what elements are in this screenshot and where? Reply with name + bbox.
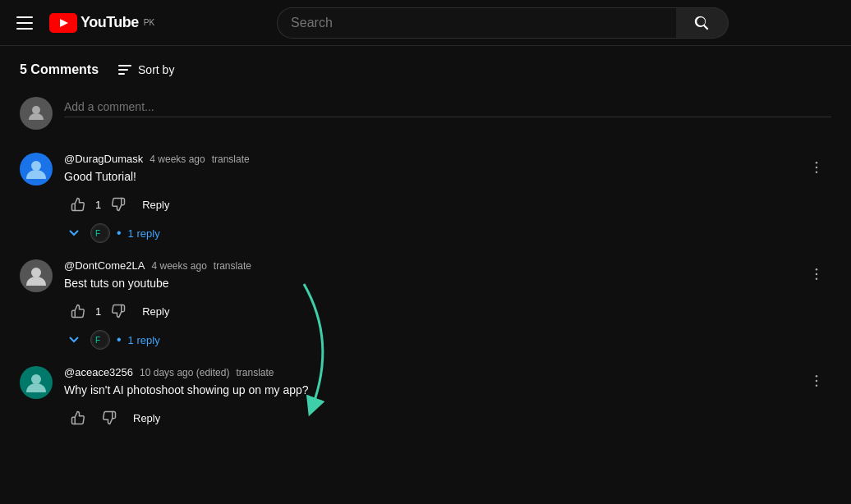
comment-top-row: @aceace3256 10 days ago (edited) transla… (64, 366, 831, 430)
comment-actions: Reply (64, 405, 802, 430)
sort-by-label: Sort by (138, 63, 174, 76)
chevron-down-icon (67, 333, 80, 346)
comment-text: Good Tutorial! (64, 168, 802, 186)
youtube-logo-icon (49, 13, 77, 33)
comment-author: @DuragDumask (64, 153, 143, 165)
hamburger-menu[interactable] (13, 13, 36, 33)
user-icon (26, 103, 46, 123)
avatar-placeholder (20, 97, 53, 130)
table-row: @DuragDumask 4 weeks ago translate Good … (20, 153, 831, 243)
reply-avatar: F (90, 223, 110, 243)
filmora-icon: F (93, 332, 108, 347)
comment-top-row: @DontCome2LA 4 weeks ago translate Best … (64, 259, 831, 350)
comment-translate[interactable]: translate (214, 260, 251, 272)
comment-top-row: @DuragDumask 4 weeks ago translate Good … (64, 153, 831, 243)
svg-point-15 (31, 374, 41, 384)
more-options-button[interactable] (802, 259, 831, 289)
replies-toggle[interactable]: F • 1 reply (64, 223, 802, 243)
svg-point-16 (816, 375, 818, 378)
expand-arrow-icon (64, 223, 84, 243)
logo-text: YouTube (80, 14, 139, 31)
sort-icon (118, 65, 131, 75)
search-bar (277, 7, 729, 39)
comment-actions: 1 Reply (64, 299, 802, 323)
replies-toggle[interactable]: F • 1 reply (64, 330, 802, 350)
comment-content: @DontCome2LA 4 weeks ago translate Best … (64, 259, 802, 350)
like-button[interactable] (64, 405, 92, 430)
table-row: @DontCome2LA 4 weeks ago translate Best … (20, 259, 831, 350)
expand-arrow-icon (64, 330, 84, 350)
svg-point-2 (32, 106, 40, 114)
comment-meta: @aceace3256 10 days ago (edited) transla… (64, 366, 802, 378)
svg-text:F: F (95, 336, 100, 345)
reply-count: 1 reply (128, 227, 160, 240)
header: YouTubePK (0, 0, 851, 46)
thumbs-up-icon (71, 410, 85, 425)
like-button[interactable] (64, 299, 92, 323)
comment-right: @aceace3256 10 days ago (edited) transla… (64, 366, 831, 430)
more-vertical-icon (808, 266, 825, 282)
comment-content: @DuragDumask 4 weeks ago translate Good … (64, 153, 802, 243)
avatar (20, 153, 53, 186)
comment-text: Best tuts on youtube (64, 275, 802, 292)
svg-point-7 (816, 167, 818, 169)
comment-right: @DuragDumask 4 weeks ago translate Good … (64, 153, 831, 243)
comment-translate[interactable]: translate (236, 367, 274, 378)
more-vertical-icon (808, 373, 825, 389)
more-options-button[interactable] (802, 366, 831, 396)
svg-point-17 (816, 380, 818, 383)
reply-button[interactable]: Reply (126, 407, 167, 429)
main-content: 5 Comments Sort by (0, 46, 851, 463)
more-options-button[interactable] (802, 153, 831, 182)
more-vertical-icon (808, 159, 825, 176)
table-row: @aceace3256 10 days ago (edited) transla… (20, 366, 831, 430)
comment2-avatar-icon (25, 264, 48, 287)
search-container (277, 7, 729, 39)
reply-button[interactable]: Reply (136, 300, 176, 323)
thumbs-up-icon (71, 304, 85, 318)
add-comment-input[interactable] (64, 97, 831, 117)
like-button[interactable] (64, 192, 92, 217)
search-button[interactable] (676, 7, 729, 39)
reply-avatar: F (90, 330, 110, 350)
svg-point-13 (816, 273, 818, 276)
current-user-avatar (20, 97, 53, 130)
avatar (20, 259, 53, 292)
header-left: YouTubePK (13, 13, 154, 33)
dislike-button[interactable] (104, 192, 132, 217)
dot-separator: • (117, 332, 122, 347)
comment-time: 10 days ago (edited) (140, 367, 229, 378)
comment-actions: 1 Reply (64, 192, 802, 217)
avatar-initials (20, 153, 53, 186)
thumbs-down-icon (111, 197, 126, 212)
svg-point-18 (816, 385, 818, 387)
sort-by-button[interactable]: Sort by (118, 63, 174, 76)
svg-point-14 (816, 278, 818, 281)
svg-point-9 (31, 268, 41, 277)
comment-meta: @DontCome2LA 4 weeks ago translate (64, 259, 802, 272)
comment3-avatar-icon (25, 371, 48, 394)
dislike-button[interactable] (104, 299, 132, 323)
avatar-initials (20, 259, 53, 292)
filmora-icon: F (93, 226, 108, 241)
svg-text:F: F (95, 229, 100, 238)
thumbs-down-icon (111, 304, 126, 318)
svg-point-6 (816, 162, 818, 164)
chevron-down-icon (67, 227, 80, 240)
comments-count: 5 Comments (20, 62, 99, 77)
comment-input-wrapper (64, 97, 831, 117)
comment-meta: @DuragDumask 4 weeks ago translate (64, 153, 802, 165)
thumbs-down-icon (102, 410, 117, 425)
comment-author: @DontCome2LA (64, 259, 145, 272)
add-comment-row (20, 97, 831, 130)
dislike-button[interactable] (95, 405, 123, 430)
search-input[interactable] (277, 7, 676, 39)
comment1-avatar-icon (25, 158, 48, 181)
comment-time: 4 weeks ago (150, 153, 205, 165)
reply-button[interactable]: Reply (136, 194, 176, 216)
avatar-initials (20, 366, 53, 399)
comment-translate[interactable]: translate (212, 153, 250, 165)
reply-count: 1 reply (128, 334, 160, 346)
comment-right: @DontCome2LA 4 weeks ago translate Best … (64, 259, 831, 350)
youtube-logo[interactable]: YouTubePK (49, 13, 154, 33)
